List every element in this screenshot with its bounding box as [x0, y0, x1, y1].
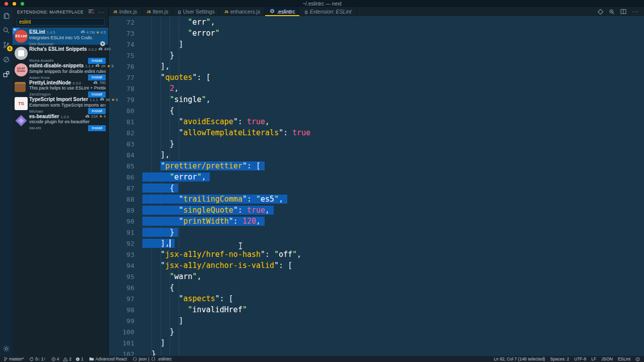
line-number[interactable]: 81: [109, 118, 134, 126]
line-text[interactable]: ]: [142, 40, 183, 49]
format-icon[interactable]: [598, 9, 603, 15]
line-number[interactable]: 98: [109, 306, 134, 314]
code-line[interactable]: 74 ]: [109, 39, 644, 50]
extension-item[interactable]: Richa's ESLint Snippets0.0.2840Richa Ava…: [13, 45, 108, 62]
code-line[interactable]: 93 "jsx-a11y/href-no-hash": "off",: [109, 249, 644, 260]
line-number[interactable]: 99: [109, 317, 134, 325]
line-number[interactable]: 77: [109, 74, 134, 81]
line-text[interactable]: }: [142, 228, 178, 237]
indentation-status[interactable]: Spaces: 2: [550, 356, 569, 361]
line-text[interactable]: "singleQuote": true,: [142, 206, 274, 215]
extension-item[interactable]: es-beautifier1.0.021K★4vscode plugin for…: [13, 112, 108, 129]
line-text[interactable]: }: [142, 139, 174, 148]
line-text[interactable]: "printWidth": 120,: [142, 217, 265, 226]
encoding-status[interactable]: UTF-8: [574, 356, 586, 361]
line-text[interactable]: ]: [142, 338, 165, 347]
open-changes-icon[interactable]: [609, 9, 615, 15]
line-text[interactable]: ]: [142, 316, 183, 325]
code-line[interactable]: 95 "warn",: [109, 271, 644, 282]
sync-status[interactable]: 0↓ 1↑: [29, 356, 45, 361]
code-line[interactable]: 88 "trailingComma": "es5",: [109, 194, 644, 205]
tab-user-settings[interactable]: {}User Settings: [173, 7, 219, 16]
split-editor-icon[interactable]: [620, 9, 626, 14]
code-line[interactable]: 78 2,: [109, 83, 644, 94]
line-number[interactable]: 101: [109, 339, 134, 347]
search-icon[interactable]: [2, 26, 11, 35]
line-number[interactable]: 91: [109, 229, 134, 236]
code-line[interactable]: 86 "error",: [109, 171, 644, 183]
extensions-search-input[interactable]: [17, 18, 105, 26]
folder-status[interactable]: Advanced React: [89, 356, 127, 361]
line-number[interactable]: 80: [109, 107, 134, 115]
line-text[interactable]: ],: [142, 62, 170, 71]
line-text[interactable]: ],: [142, 239, 175, 248]
extension-item[interactable]: ★ES LintESLint1.4.54.7M★4.5Integrates ES…: [13, 28, 108, 45]
line-number[interactable]: 90: [109, 218, 134, 225]
tab-item-js[interactable]: JSItem.js: [142, 7, 174, 16]
problems-status[interactable]: 4 2 1: [51, 356, 84, 361]
zoom-window-button[interactable]: [21, 2, 24, 6]
line-text[interactable]: }: [142, 327, 174, 336]
line-number[interactable]: 87: [109, 185, 134, 192]
line-text[interactable]: "jsx-a11y/href-no-hash": "off",: [142, 250, 301, 259]
code-line[interactable]: 83 }: [109, 138, 644, 149]
line-number[interactable]: 86: [109, 173, 134, 181]
line-number[interactable]: 82: [109, 129, 134, 137]
code-line[interactable]: 100 }: [109, 326, 644, 337]
line-text[interactable]: {: [142, 106, 174, 115]
line-number[interactable]: 89: [109, 207, 134, 214]
eol-status[interactable]: LF: [591, 356, 596, 361]
line-text[interactable]: ],: [142, 150, 170, 159]
line-number[interactable]: 73: [109, 30, 134, 37]
code-line[interactable]: 91 }: [109, 227, 644, 238]
line-number[interactable]: 76: [109, 63, 134, 70]
line-text[interactable]: }: [142, 51, 174, 60]
line-text[interactable]: "aspects": [: [142, 294, 233, 303]
line-text[interactable]: {: [142, 184, 178, 193]
code-line[interactable]: 82 "allowTemplateLiterals": true: [109, 127, 644, 138]
line-number[interactable]: 94: [109, 262, 134, 269]
tab-index-js[interactable]: JSindex.js: [109, 7, 142, 16]
line-number[interactable]: 84: [109, 151, 134, 159]
code-line[interactable]: 76 ],: [109, 61, 644, 72]
close-window-button[interactable]: [5, 2, 8, 6]
code-line[interactable]: 87 {: [109, 183, 644, 194]
code-line[interactable]: 80 {: [109, 105, 644, 116]
line-text[interactable]: }: [142, 349, 156, 356]
code-line[interactable]: 84 ],: [109, 149, 644, 160]
line-text[interactable]: "warn",: [142, 272, 201, 281]
line-number[interactable]: 88: [109, 196, 134, 203]
code-line[interactable]: 85 "prettier/prettier": [: [109, 160, 644, 171]
sidebar-more-actions-icon[interactable]: ···: [98, 9, 105, 15]
line-number[interactable]: 96: [109, 284, 134, 292]
code-line[interactable]: 81 "avoidEscape": true,: [109, 116, 644, 127]
line-number[interactable]: 93: [109, 251, 134, 258]
language-mode-status[interactable]: JSON: [601, 356, 613, 361]
line-text[interactable]: "allowTemplateLiterals": true: [142, 128, 310, 137]
line-number[interactable]: 92: [109, 240, 134, 247]
line-number[interactable]: 78: [109, 85, 134, 93]
line-number[interactable]: 75: [109, 52, 134, 59]
code-line[interactable]: 97 "aspects": [: [109, 293, 644, 304]
code-line[interactable]: 75 }: [109, 50, 644, 61]
code-line[interactable]: 77 "quotes": [: [109, 72, 644, 83]
line-text[interactable]: "quotes": [: [142, 73, 210, 82]
line-number[interactable]: 102: [109, 350, 134, 356]
code-area[interactable]: 72 "err",73 "error"74 ]75 }76 ],77 "quot…: [109, 16, 644, 356]
clear-extensions-icon[interactable]: [88, 9, 94, 15]
code-line[interactable]: 102 }: [109, 348, 644, 356]
source-control-icon[interactable]: 6: [2, 41, 11, 49]
code-line[interactable]: 101 ]: [109, 337, 644, 348]
line-text[interactable]: "single",: [142, 95, 210, 104]
tab--eslintrc[interactable]: .eslintrc: [265, 7, 300, 16]
code-line[interactable]: 92 ],: [109, 238, 644, 249]
git-branch-status[interactable]: master*: [4, 356, 24, 361]
feedback-smiley-icon[interactable]: [635, 357, 640, 361]
debug-icon[interactable]: [2, 55, 11, 64]
line-number[interactable]: 72: [109, 19, 134, 26]
code-line[interactable]: 79 "single",: [109, 94, 644, 105]
extension-item[interactable]: PrettyLintedNode0.3.0700This pack helps …: [13, 78, 108, 96]
editor-more-actions-icon[interactable]: ···: [632, 9, 639, 15]
line-text[interactable]: {: [142, 283, 174, 292]
code-line[interactable]: 99 ]: [109, 315, 644, 326]
